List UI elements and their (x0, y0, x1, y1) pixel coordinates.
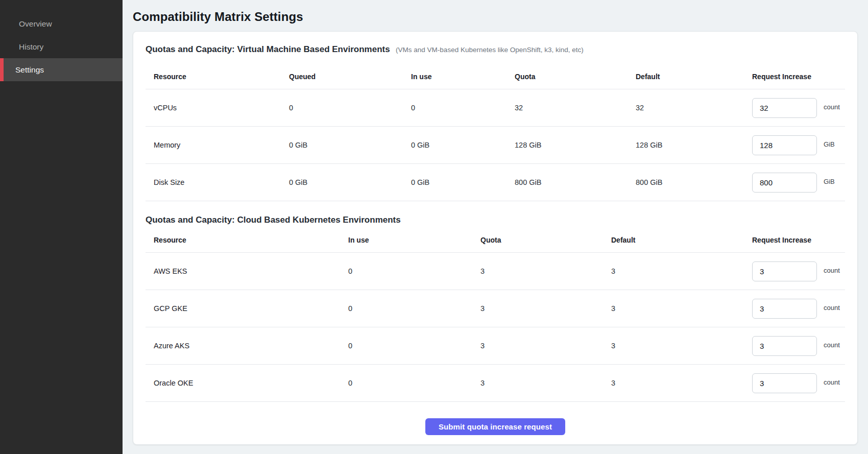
vm-table-header: Resource Queued In use Quota Default Req… (146, 64, 845, 89)
cloud-section-title: Quotas and Capacity: Cloud Based Kuberne… (146, 215, 401, 225)
resource-name: vCPUs (154, 104, 289, 112)
gcp-gke-request-input[interactable] (752, 299, 817, 319)
in-use-value: 0 GiB (411, 141, 515, 149)
vm-section-subtitle: (VMs and VM-based Kubernetes like OpenSh… (396, 46, 584, 54)
disk-size-request-input[interactable] (752, 173, 817, 193)
vm-col-quota: Quota (515, 73, 636, 81)
resource-name: Disk Size (154, 178, 289, 186)
cloud-col-quota: Quota (480, 236, 611, 244)
default-value: 3 (611, 342, 752, 350)
resource-name: Azure AKS (154, 342, 348, 350)
default-value: 3 (611, 379, 752, 387)
sidebar-nav: Overview History Settings (0, 0, 123, 81)
queued-value: 0 GiB (289, 141, 411, 149)
submit-row: Submit quota increase request (146, 418, 845, 435)
table-row-azure-aks: Azure AKS 0 3 3 count (146, 327, 845, 365)
cloud-section-header: Quotas and Capacity: Cloud Based Kuberne… (146, 214, 845, 226)
default-value: 800 GiB (636, 178, 752, 186)
memory-request-input[interactable] (752, 135, 817, 155)
table-row-vcpus: vCPUs 0 0 32 32 count (146, 89, 845, 127)
quota-value: 3 (480, 304, 611, 313)
settings-card: Quotas and Capacity: Virtual Machine Bas… (133, 31, 858, 445)
vm-col-queued: Queued (289, 73, 411, 81)
quota-value: 3 (480, 267, 611, 275)
azure-aks-request-input[interactable] (752, 336, 817, 356)
default-value: 3 (611, 267, 752, 275)
vm-col-default: Default (636, 73, 752, 81)
cloud-col-default: Default (611, 236, 752, 244)
cloud-col-request-increase: Request Increase (752, 236, 845, 244)
oracle-oke-request-input[interactable] (752, 373, 817, 393)
table-row-aws-eks: AWS EKS 0 3 3 count (146, 253, 845, 290)
unit-label: count (824, 267, 840, 274)
cloud-col-in-use: In use (348, 236, 480, 244)
aws-eks-request-input[interactable] (752, 261, 817, 281)
unit-label: count (824, 304, 840, 312)
unit-label: count (824, 378, 840, 386)
vm-section-header: Quotas and Capacity: Virtual Machine Bas… (146, 44, 845, 56)
vm-section-title: Quotas and Capacity: Virtual Machine Bas… (146, 44, 390, 54)
quota-value: 128 GiB (515, 141, 636, 149)
queued-value: 0 (289, 104, 411, 112)
page-title: Compatibility Matrix Settings (133, 9, 858, 25)
quota-value: 800 GiB (515, 178, 636, 186)
default-value: 128 GiB (636, 141, 752, 149)
vcpus-request-input[interactable] (752, 98, 817, 118)
submit-quota-increase-button[interactable]: Submit quota increase request (425, 418, 565, 435)
table-row-oracle-oke: Oracle OKE 0 3 3 count (146, 365, 845, 402)
in-use-value: 0 (348, 342, 480, 350)
quota-value: 3 (480, 342, 611, 350)
unit-label: count (824, 341, 840, 349)
default-value: 3 (611, 304, 752, 313)
resource-name: GCP GKE (154, 304, 348, 313)
cloud-col-resource: Resource (154, 236, 348, 244)
sidebar-item-overview[interactable]: Overview (0, 12, 123, 35)
sidebar-item-settings[interactable]: Settings (0, 58, 123, 81)
quota-value: 3 (480, 379, 611, 387)
in-use-value: 0 (348, 379, 480, 387)
vm-col-request-increase: Request Increase (752, 73, 845, 81)
in-use-value: 0 (348, 304, 480, 313)
unit-label: count (824, 103, 840, 111)
vm-col-in-use: In use (411, 73, 515, 81)
resource-name: Memory (154, 141, 289, 149)
table-row-memory: Memory 0 GiB 0 GiB 128 GiB 128 GiB GiB (146, 127, 845, 164)
in-use-value: 0 (348, 267, 480, 275)
default-value: 32 (636, 104, 752, 112)
main-content: Compatibility Matrix Settings Quotas and… (123, 0, 868, 454)
resource-name: AWS EKS (154, 267, 348, 275)
queued-value: 0 GiB (289, 178, 411, 186)
in-use-value: 0 (411, 104, 515, 112)
quota-value: 32 (515, 104, 636, 112)
unit-label: GiB (824, 178, 835, 185)
in-use-value: 0 GiB (411, 178, 515, 186)
table-row-gcp-gke: GCP GKE 0 3 3 count (146, 290, 845, 327)
sidebar-item-history[interactable]: History (0, 35, 123, 58)
vm-col-resource: Resource (154, 73, 289, 81)
resource-name: Oracle OKE (154, 379, 348, 387)
unit-label: GiB (824, 140, 835, 148)
sidebar: Overview History Settings (0, 0, 123, 454)
cloud-table-header: Resource In use Quota Default Request In… (146, 227, 845, 253)
table-row-disk-size: Disk Size 0 GiB 0 GiB 800 GiB 800 GiB Gi… (146, 164, 845, 201)
